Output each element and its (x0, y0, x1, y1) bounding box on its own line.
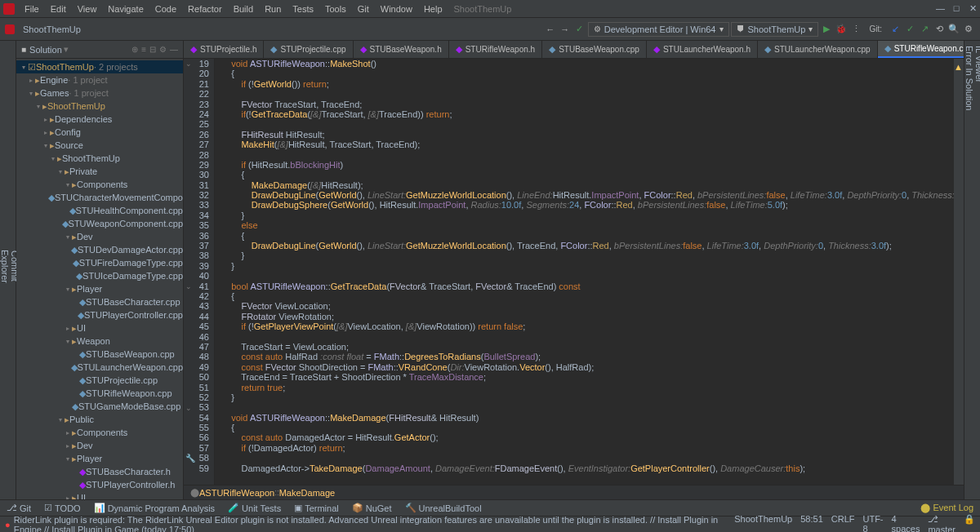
search-icon[interactable]: 🔍 (947, 23, 960, 36)
tree-row[interactable]: ▸▸ Config (16, 126, 183, 139)
menu-refactor[interactable]: Refactor (183, 2, 227, 16)
tab-STUProjectile.cpp[interactable]: ◆STUProjectile.cpp (264, 41, 353, 58)
menu-tests[interactable]: Tests (287, 2, 318, 16)
tree-row[interactable]: ◆ STUPlayerController.h (16, 478, 183, 491)
git-push-icon[interactable]: ↗ (918, 23, 931, 36)
git-commit-icon[interactable]: ✓ (903, 23, 916, 36)
dots-icon[interactable]: ⋮ (849, 23, 862, 36)
menu-code[interactable]: Code (150, 2, 181, 16)
tree-row[interactable]: ▸▸ Components (16, 426, 183, 439)
tree-root[interactable]: ▾☑ ShootThemUp · 2 projects (16, 60, 183, 73)
maximize-icon[interactable]: □ (952, 3, 960, 14)
tab-STUBaseWeapon.cpp[interactable]: ◆STUBaseWeapon.cpp (542, 41, 647, 58)
tree-row[interactable]: ◆ STULauncherWeapon.cpp (16, 361, 183, 374)
tree-row[interactable]: ▸▸ UI (16, 321, 183, 335)
menu-navigate[interactable]: Navigate (103, 2, 148, 16)
target-icon[interactable]: ⊕ (131, 45, 138, 54)
menu-git[interactable]: Git (353, 2, 374, 16)
bottom-tab-terminal[interactable]: ▣ Terminal (287, 503, 345, 513)
menu-view[interactable]: View (73, 2, 102, 16)
forward-icon[interactable]: → (559, 23, 572, 36)
menu-edit[interactable]: Edit (46, 2, 71, 16)
tree-row[interactable]: ▾▸ ShootThemUp (16, 100, 183, 113)
status-branch[interactable]: ⎇ master (928, 514, 956, 532)
menu-help[interactable]: Help (419, 2, 448, 16)
tab-STUBaseWeapon.h[interactable]: ◆STUBaseWeapon.h (354, 41, 449, 58)
bottom-tab-unrealbuildtool[interactable]: 🔨 UnrealBuildTool (399, 503, 488, 513)
back-icon[interactable]: ← (544, 23, 557, 36)
tree-row[interactable]: ▾▸ ShootThemUp (16, 152, 183, 165)
tree-row[interactable]: ▾▸ Player (16, 452, 183, 465)
status-enc[interactable]: UTF-8 (862, 514, 883, 532)
left-tool-strip: Explorer Commit Favorites Structure (0, 41, 16, 499)
menu-window[interactable]: Window (376, 2, 417, 16)
debug-icon[interactable]: 🐞 (835, 23, 848, 36)
tab-STURifleWeapon.cpp[interactable]: ◆STURifleWeapon.cpp (878, 41, 964, 58)
bottom-tab-todo[interactable]: ☑ TODO (38, 503, 87, 513)
tab-STULauncherWeapon.cpp[interactable]: ◆STULauncherWeapon.cpp (758, 41, 878, 58)
tree-row[interactable]: ◆ STURifleWeapon.cpp (16, 387, 183, 400)
tree-row[interactable]: ▾▸ Weapon (16, 335, 183, 348)
tree-row[interactable]: ▸▸ Dev (16, 439, 183, 452)
run-icon[interactable]: ▶ (820, 23, 833, 36)
lock-icon[interactable]: 🔒 (964, 514, 975, 532)
tree-row[interactable]: ◆ STUProjectile.cpp (16, 374, 183, 387)
tree-row[interactable]: ◆ STUFireDamageType.cpp (16, 256, 183, 269)
bottom-tab-nuget[interactable]: 📦 NuGet (345, 503, 399, 513)
history-icon[interactable]: ⟲ (933, 23, 946, 36)
breadcrumb[interactable]: ⬤ ASTURifleWeapon::MakeDamage (184, 485, 964, 499)
close-icon[interactable]: ✕ (969, 3, 977, 14)
check-icon[interactable]: ✓ (573, 23, 586, 36)
build-config-dropdown[interactable]: ⚙ Development Editor | Win64 ▾ (588, 22, 729, 37)
run-config-dropdown[interactable]: ⛊ ShootThemUp ▾ (731, 22, 819, 37)
editor-scrollbar[interactable] (954, 59, 964, 485)
tree-row[interactable]: ◆ STUBaseCharacter.cpp (16, 295, 183, 308)
code-editor[interactable]: void ASTURifleWeapon::MakeShot() { if (!… (215, 59, 954, 485)
minimize-icon[interactable]: — (936, 3, 944, 14)
gear-icon[interactable]: ⚙ (159, 45, 167, 54)
menu-tools[interactable]: Tools (320, 2, 351, 16)
tree-row[interactable]: ◆ STUBaseWeapon.cpp (16, 348, 183, 361)
git-pull-icon[interactable]: ↙ (889, 23, 902, 36)
tree-row[interactable]: ◆ STUWeaponComponent.cpp (16, 217, 183, 230)
menu-run[interactable]: Run (260, 2, 286, 16)
tree-row[interactable]: ▾▸ Public (16, 413, 183, 426)
menu-shootthemup[interactable]: ShootThemUp (449, 2, 517, 16)
tree-row[interactable]: ◆ STUGameModeBase.cpp (16, 400, 183, 413)
inspection-widget[interactable]: ▲1 ✓1 ˆˇ (954, 59, 964, 75)
tree-row[interactable]: ◆ STUDevDamageActor.cpp (16, 243, 183, 256)
tree-row[interactable]: ◆ STUIceDamageType.cpp (16, 269, 183, 282)
tree-row[interactable]: ▾▸ Player (16, 282, 183, 295)
event-log-tab[interactable]: ⬤ Event Log (914, 503, 980, 513)
tree-row[interactable]: ◆ STUPlayerController.cpp (16, 308, 183, 321)
tree-row[interactable]: ▸▸ UI (16, 491, 183, 499)
tab-STULauncherWeapon.h[interactable]: ◆STULauncherWeapon.h (647, 41, 758, 58)
errors-tab[interactable]: Error In Solution (964, 46, 974, 488)
tree-row[interactable]: ▾▸ Private (16, 165, 183, 178)
tree-row[interactable]: ◆ STUBaseCharacter.h (16, 465, 183, 478)
ilviewer-tab[interactable]: IL Viewer (974, 46, 980, 488)
tree-row[interactable]: ◆ STUHealthComponent.cpp (16, 204, 183, 217)
tab-STURifleWeapon.h[interactable]: ◆STURifleWeapon.h (449, 41, 542, 58)
explorer-tab[interactable]: Explorer (0, 250, 10, 283)
tree-row[interactable]: ▾▸ Components (16, 178, 183, 191)
status-indent[interactable]: 4 spaces (892, 514, 920, 532)
tree-row[interactable]: ▾▸ Source (16, 139, 183, 152)
menu-build[interactable]: Build (229, 2, 258, 16)
tree-row[interactable]: ◆ STUCharacterMovementCompo (16, 191, 183, 204)
expand-icon[interactable]: ≡ (141, 45, 146, 54)
menu-file[interactable]: File (20, 2, 44, 16)
hide-icon[interactable]: — (170, 45, 178, 54)
tree-row[interactable]: ▾▸ Dev (16, 230, 183, 243)
tree-row[interactable]: ▾▸ Games · 1 project (16, 86, 183, 100)
collapse-icon[interactable]: ⊟ (149, 45, 156, 54)
tab-STUProjectile.h[interactable]: ◆STUProjectile.h (184, 41, 264, 58)
bottom-tab-unit-tests[interactable]: 🧪 Unit Tests (221, 503, 287, 513)
bottom-tab-dynamic-program-analysis[interactable]: 📊 Dynamic Program Analysis (87, 503, 221, 513)
bottom-tab-git[interactable]: ⎇ Git (0, 503, 38, 513)
tree-row[interactable]: ▸▸ Engine · 1 project (16, 73, 183, 86)
status-eol[interactable]: CRLF (831, 514, 855, 532)
settings-icon[interactable]: ⚙ (962, 23, 975, 36)
tree-row[interactable]: ▸▸ Dependencies (16, 113, 183, 126)
solution-tree[interactable]: ▾☑ ShootThemUp · 2 projects ▸▸ Engine · … (16, 59, 183, 499)
